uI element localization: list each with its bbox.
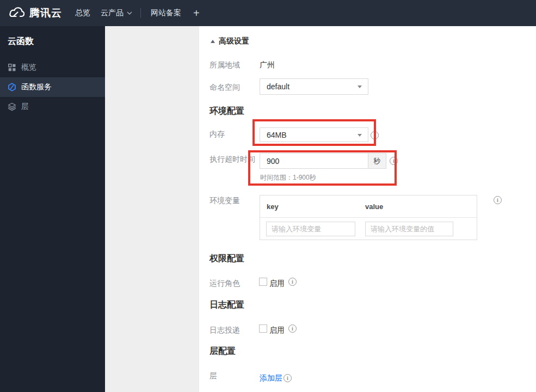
sidebar-item-label: 概览 — [21, 63, 36, 72]
advanced-settings-label: 高级设置 — [219, 36, 249, 46]
nav-cloud-products[interactable]: 云产品 — [101, 0, 132, 26]
nav-overview[interactable]: 总览 — [75, 0, 90, 26]
layers-icon — [8, 102, 16, 111]
brand-name: 腾讯云 — [29, 6, 62, 20]
sidebar-item-label: 层 — [21, 102, 29, 112]
log-delivery-label: 日志投递 — [210, 326, 240, 335]
timeout-unit-suffix: 秒 — [368, 153, 386, 169]
region-value: 广州 — [260, 60, 275, 70]
namespace-label: 命名空间 — [210, 83, 240, 93]
layer-label: 层 — [210, 371, 217, 381]
topbar: 腾讯云 总览 云产品 网站备案 + — [0, 0, 536, 26]
tencent-cloud-brand[interactable]: 腾讯云 — [8, 0, 62, 26]
layer-info-icon[interactable] — [284, 374, 292, 382]
main-content: 高级设置 所属地域 广州 命名空间 default 环境配置 内存 64MB 执… — [199, 26, 536, 392]
run-role-label: 运行角色 — [210, 279, 240, 289]
timeout-range-hint: 时间范围：1-900秒 — [260, 173, 316, 182]
sidebar-item-layers[interactable]: 层 — [0, 97, 105, 117]
grid-icon — [8, 63, 16, 72]
memory-label: 内存 — [210, 130, 225, 139]
scf-hexagon-icon — [8, 83, 16, 91]
memory-select[interactable]: 64MB — [260, 127, 368, 142]
run-role-checkbox[interactable] — [259, 278, 267, 286]
env-value-column-header: value — [365, 203, 477, 211]
advanced-settings-toggle[interactable]: 高级设置 — [211, 36, 249, 46]
collapse-arrow-icon — [211, 40, 215, 43]
sidebar-item-label: 函数服务 — [21, 82, 52, 92]
topbar-divider — [140, 8, 141, 18]
timeout-label: 执行超时时间 — [210, 155, 255, 164]
region-label: 所属地域 — [210, 60, 240, 70]
section-log-config: 日志配置 — [210, 299, 244, 311]
run-role-info-icon[interactable] — [288, 278, 297, 286]
sidebar-item-overview[interactable]: 概览 — [0, 58, 105, 77]
chevron-down-icon — [127, 11, 132, 15]
env-value-input[interactable] — [365, 222, 453, 236]
add-layer-link[interactable]: 添加层 — [260, 373, 282, 383]
sidebar: 云函数 概览 函数服务 — [0, 26, 105, 392]
secondary-panel — [105, 26, 199, 392]
tencent-cloud-logo-icon — [8, 6, 24, 21]
env-vars-label: 环境变量 — [210, 196, 240, 206]
env-key-column-header: key — [260, 203, 365, 211]
env-vars-header-row: key value — [260, 195, 477, 218]
memory-selected-value: 64MB — [267, 131, 287, 139]
env-vars-input-row — [260, 218, 477, 240]
timeout-info-icon[interactable] — [390, 157, 398, 165]
add-tab-button[interactable]: + — [193, 0, 200, 26]
timeout-input[interactable] — [260, 153, 368, 169]
section-permission-config: 权限配置 — [210, 253, 244, 265]
memory-info-icon[interactable] — [371, 131, 379, 139]
timeout-input-group: 秒 — [260, 153, 386, 169]
log-delivery-enable-label[interactable]: 启用 — [269, 326, 285, 335]
sidebar-title: 云函数 — [0, 26, 105, 49]
run-role-enable-label[interactable]: 启用 — [269, 279, 285, 289]
section-env-config: 环境配置 — [210, 106, 244, 117]
caret-down-icon — [358, 85, 362, 88]
env-vars-table: key value — [260, 195, 477, 240]
sidebar-item-function-service[interactable]: 函数服务 — [0, 77, 105, 97]
namespace-selected-value: default — [267, 82, 289, 91]
log-delivery-info-icon[interactable] — [288, 324, 297, 333]
nav-website-beian[interactable]: 网站备案 — [151, 0, 181, 26]
log-delivery-checkbox[interactable] — [259, 324, 267, 333]
namespace-select[interactable]: default — [260, 78, 368, 95]
section-layer-config: 层配置 — [210, 346, 236, 357]
env-key-input[interactable] — [266, 222, 355, 236]
caret-down-icon — [358, 134, 362, 137]
nav-cloud-products-label: 云产品 — [101, 8, 124, 18]
env-vars-info-icon[interactable] — [494, 196, 502, 204]
sidebar-menu: 概览 函数服务 层 — [0, 58, 105, 117]
